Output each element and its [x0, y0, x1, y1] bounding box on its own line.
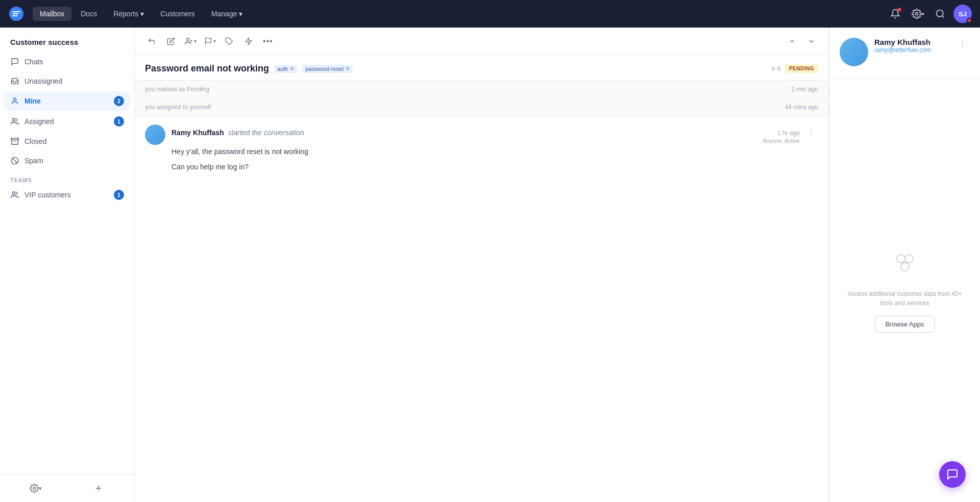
- tag-auth[interactable]: auth ✕: [274, 65, 297, 73]
- nav-mailbox[interactable]: Mailbox: [33, 7, 71, 21]
- chevron-down-icon: ▾: [213, 38, 216, 44]
- contact-email[interactable]: ramy@letterfuel.com: [874, 46, 949, 54]
- assign-button[interactable]: ▾: [182, 33, 199, 50]
- message-sender-avatar: [145, 124, 165, 145]
- contact-header: Ramy Khuffash ramy@letterfuel.com: [840, 38, 970, 66]
- system-event-1: you marked as Pending 1 min ago: [135, 81, 828, 98]
- next-conversation-button[interactable]: [803, 33, 820, 50]
- main-layout: Customer success Chats Unassigned: [0, 28, 980, 502]
- svg-point-24: [905, 255, 913, 263]
- chevron-down-icon: ▾: [140, 10, 144, 18]
- nav-reports[interactable]: Reports ▾: [106, 7, 151, 21]
- inbox-icon: [10, 77, 19, 86]
- sidebar-item-spam[interactable]: Spam: [4, 152, 130, 170]
- nav-docs[interactable]: Docs: [74, 7, 104, 21]
- settings-button[interactable]: ▾: [909, 5, 927, 23]
- chat-icon: [10, 57, 19, 66]
- logo[interactable]: [8, 6, 24, 22]
- label-button[interactable]: [220, 33, 238, 50]
- edit-button[interactable]: [162, 33, 180, 50]
- notification-badge: [897, 8, 901, 12]
- sidebar: Customer success Chats Unassigned: [0, 28, 135, 502]
- message-action: started the conversation: [228, 129, 304, 137]
- svg-point-9: [12, 192, 15, 194]
- status-badge: PENDING: [785, 64, 818, 73]
- integrations-icon: [890, 248, 920, 281]
- sidebar-item-label: VIP customers: [24, 191, 109, 199]
- search-button[interactable]: [931, 5, 949, 23]
- svg-point-25: [901, 263, 909, 271]
- toolbar-navigation: [783, 33, 820, 50]
- tag-password-reset[interactable]: password reset ✕: [302, 65, 353, 73]
- conversation-header: Password email not working auth ✕ passwo…: [135, 55, 828, 81]
- spam-icon: [10, 156, 19, 165]
- svg-point-22: [962, 47, 963, 48]
- settings-chevron-icon: ▾: [39, 485, 42, 492]
- person-icon: [10, 96, 19, 106]
- conversation-toolbar: ▾ ▾ •••: [135, 28, 828, 55]
- undo-button[interactable]: [143, 33, 160, 50]
- svg-point-10: [33, 487, 36, 490]
- sidebar-item-chats[interactable]: Chats: [4, 53, 130, 71]
- contact-info: Ramy Khuffash ramy@letterfuel.com: [874, 38, 949, 54]
- archive-icon: [10, 137, 19, 146]
- message-header: Ramy Khuffash started the conversation 1…: [172, 124, 818, 144]
- sidebar-item-assigned[interactable]: Assigned 1: [4, 112, 130, 131]
- teams-section-label: Teams: [4, 171, 130, 185]
- conversation-area: ▾ ▾ •••: [135, 28, 829, 502]
- message-more-button[interactable]: [804, 124, 818, 139]
- sidebar-header: Customer success: [0, 28, 134, 53]
- mine-badge: 2: [114, 96, 124, 106]
- topnav-right: ▾ SJ: [886, 5, 972, 23]
- nav-manage[interactable]: Manage ▾: [204, 7, 250, 21]
- svg-marker-16: [246, 38, 252, 44]
- sidebar-item-closed[interactable]: Closed: [4, 132, 130, 150]
- sidebar-item-mine[interactable]: Mine 2: [4, 91, 130, 111]
- notifications-button[interactable]: [886, 5, 904, 23]
- tag-password-reset-remove[interactable]: ✕: [346, 66, 350, 71]
- sidebar-item-label: Chats: [24, 58, 124, 66]
- conversation-number: # 6: [772, 65, 781, 72]
- contact-menu-button[interactable]: [955, 38, 970, 52]
- sidebar-item-label: Closed: [24, 137, 124, 145]
- message-status: Anyone, Active: [763, 138, 800, 144]
- svg-point-4: [12, 118, 15, 121]
- team-icon: [10, 190, 19, 199]
- sidebar-item-label: Spam: [24, 157, 124, 165]
- compose-button[interactable]: [67, 479, 131, 498]
- conversation-title-row: Password email not working auth ✕ passwo…: [145, 63, 818, 74]
- nav-customers[interactable]: Customers: [153, 7, 202, 21]
- sidebar-item-unassigned[interactable]: Unassigned: [4, 72, 130, 90]
- more-button[interactable]: •••: [259, 33, 277, 50]
- browse-apps-button[interactable]: Browse Apps: [875, 316, 935, 333]
- chevron-down-icon: ▾: [194, 38, 197, 44]
- system-event-2: you assigned to yourself 44 mins ago: [135, 98, 828, 116]
- topnav: Mailbox Docs Reports ▾ Customers Manage …: [0, 0, 980, 28]
- svg-rect-5: [11, 138, 19, 140]
- conversation-title: Password email not working: [145, 63, 269, 74]
- people-icon: [10, 117, 19, 126]
- user-avatar-button[interactable]: SJ: [953, 5, 972, 23]
- svg-point-2: [937, 10, 943, 17]
- chat-widget-button[interactable]: [939, 461, 966, 488]
- prev-conversation-button[interactable]: [783, 33, 801, 50]
- messages-area: you marked as Pending 1 min ago you assi…: [135, 81, 828, 502]
- conversation-meta: # 6 PENDING: [772, 64, 818, 73]
- svg-point-11: [186, 38, 189, 41]
- contact-name: Ramy Khuffash: [874, 38, 949, 46]
- svg-point-18: [811, 131, 812, 132]
- sidebar-item-label: Unassigned: [24, 77, 124, 85]
- message-time-row: 1 hr ago Anyone, Active: [763, 130, 800, 144]
- flag-button[interactable]: ▾: [201, 33, 218, 50]
- chevron-down-icon: ▾: [239, 10, 242, 18]
- sidebar-nav: Chats Unassigned Mine: [0, 53, 134, 474]
- contact-card: Ramy Khuffash ramy@letterfuel.com: [829, 28, 980, 79]
- sidebar-settings-button[interactable]: ▾: [4, 479, 67, 498]
- sidebar-item-vip[interactable]: VIP customers 1: [4, 185, 130, 205]
- svg-point-1: [915, 13, 918, 15]
- user-status-badge: [967, 18, 972, 23]
- boost-button[interactable]: [240, 33, 257, 50]
- apps-section: Access additional customer data from 40+…: [829, 79, 980, 502]
- tag-auth-remove[interactable]: ✕: [290, 66, 294, 71]
- message-body: Hey y'all, the password reset is not wor…: [172, 146, 818, 173]
